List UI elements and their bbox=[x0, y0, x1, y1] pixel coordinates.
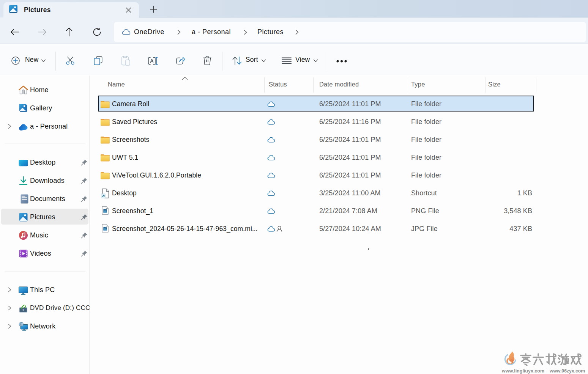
svg-text:www.lingliuyx.com: www.lingliuyx.com bbox=[501, 368, 544, 374]
svg-text:www.06zyx.com: www.06zyx.com bbox=[549, 368, 585, 374]
